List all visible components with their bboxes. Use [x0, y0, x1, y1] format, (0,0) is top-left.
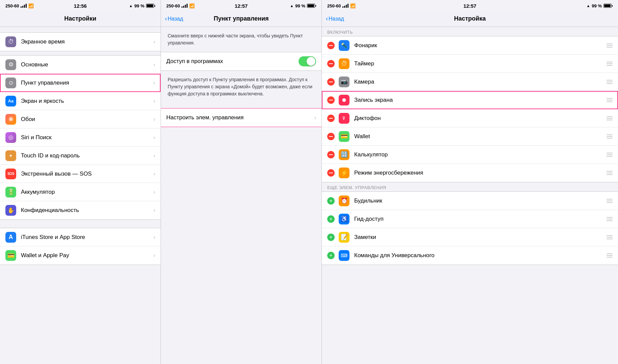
include-group: 🔦 Фонарик ⏱ Таймер 📷 Камера: [322, 36, 618, 182]
nav-title-3: Настройка: [454, 15, 486, 22]
add-notes[interactable]: +: [327, 234, 335, 241]
nav-back-2[interactable]: ‹ Назад: [165, 15, 183, 22]
row-battery[interactable]: 🔋 Аккумулятор ›: [0, 183, 161, 201]
row-camera[interactable]: 📷 Камера: [322, 73, 618, 91]
row-timer[interactable]: ⏱ Таймер: [322, 55, 618, 73]
drag-flashlight[interactable]: [607, 43, 613, 48]
remove-timer[interactable]: [327, 60, 335, 67]
status-time-3: 12:57: [464, 3, 476, 9]
drag-accessibility-shortcut[interactable]: [607, 253, 613, 257]
remove-low-power[interactable]: [327, 169, 335, 177]
chevron-privacy: ›: [153, 207, 155, 213]
row-wallet[interactable]: 💳 Wallet и Apple Pay ›: [0, 246, 161, 265]
label-screen-time: Экранное время: [21, 38, 153, 45]
drag-camera[interactable]: [607, 80, 613, 84]
cc-description-1: Смахните вверх с нижней части экрана, чт…: [161, 27, 321, 52]
nav-back-3[interactable]: ‹ Назад: [326, 15, 344, 22]
drag-wallet[interactable]: [607, 134, 613, 139]
label-low-power: Режим энергосбережения: [354, 170, 604, 176]
add-alarm[interactable]: +: [327, 197, 335, 205]
drag-guided-access[interactable]: [607, 217, 613, 221]
status-right-1: ▲ 99 %: [129, 3, 155, 8]
remove-camera[interactable]: [327, 78, 335, 86]
icon-timer: ⏱: [339, 58, 349, 69]
row-calculator[interactable]: 🔢 Калькулятор: [322, 146, 618, 164]
nav-title-1: Настройки: [64, 15, 96, 22]
icon-camera: 📷: [339, 77, 349, 87]
panel-configure: 250-60 📶 12:57 ▲ 99 % ‹ Назад Настройка: [322, 0, 618, 364]
icon-accessibility-shortcut: ⌨: [339, 250, 349, 261]
row-touchid[interactable]: ✦ Touch ID и код-пароль ›: [0, 147, 161, 165]
remove-flashlight[interactable]: [327, 42, 335, 49]
label-wallet-cc: Wallet: [354, 133, 604, 140]
chevron-touchid: ›: [153, 153, 155, 159]
wifi-icon-3: 📶: [350, 3, 356, 8]
section-configure: Настроить элем. управления ›: [161, 108, 321, 127]
row-configure[interactable]: Настроить элем. управления ›: [161, 109, 321, 127]
icon-screen-time: ⏱: [5, 36, 16, 47]
label-accessibility-shortcut: Команды для Универсального: [354, 252, 604, 259]
add-accessibility-shortcut[interactable]: +: [327, 252, 335, 259]
row-itunes[interactable]: A iTunes Store и App Store ›: [0, 228, 161, 246]
drag-calculator[interactable]: [607, 153, 613, 157]
row-low-power[interactable]: ⚡ Режим энергосбережения: [322, 164, 618, 182]
status-time-2: 12:57: [235, 3, 248, 9]
toggle-knob: [307, 57, 315, 66]
row-notes[interactable]: + 📝 Заметки: [322, 228, 618, 246]
carrier-1: 250-60: [5, 3, 19, 8]
drag-notes[interactable]: [607, 235, 613, 239]
chevron-configure: ›: [314, 115, 316, 121]
label-flashlight: Фонарик: [354, 42, 604, 49]
row-sos[interactable]: SOS Экстренный вызов — SOS ›: [0, 165, 161, 183]
label-privacy: Конфиденциальность: [21, 207, 153, 214]
row-guided-access[interactable]: + ♿ Гид-доступ: [322, 210, 618, 228]
drag-screen-record[interactable]: [607, 98, 613, 102]
more-header: ЕЩЕ ЭЛЕМ. УПРАВЛЕНИЯ: [322, 182, 618, 191]
row-display[interactable]: Aa Экран и яркость ›: [0, 92, 161, 110]
row-alarm[interactable]: + ⏰ Будильник: [322, 192, 618, 210]
row-wallet-cc[interactable]: 💳 Wallet: [322, 127, 618, 146]
chevron-siri: ›: [153, 134, 155, 141]
include-header: ВКЛЮЧИТЬ: [322, 27, 618, 36]
label-configure: Настроить элем. управления: [166, 114, 314, 121]
row-privacy[interactable]: ✋ Конфиденциальность ›: [0, 201, 161, 219]
drag-voice-memo[interactable]: [607, 116, 613, 120]
remove-screen-record[interactable]: [327, 96, 335, 104]
row-screen-time[interactable]: ⏱ Экранное время ›: [0, 33, 161, 51]
label-itunes: iTunes Store и App Store: [21, 234, 153, 241]
battery-pct-3: 99 %: [592, 3, 602, 8]
section-bottom-group: A iTunes Store и App Store › 💳 Wallet и …: [0, 228, 161, 265]
icon-voice-memo: 🎙: [339, 113, 349, 124]
label-wallet: Wallet и Apple Pay: [21, 252, 153, 259]
remove-wallet[interactable]: [327, 133, 335, 140]
row-siri[interactable]: ◎ Siri и Поиск ›: [0, 128, 161, 147]
row-voice-memo[interactable]: 🎙 Диктофон: [322, 109, 618, 127]
label-battery: Аккумулятор: [21, 189, 153, 195]
drag-alarm[interactable]: [607, 199, 613, 203]
row-app-access[interactable]: Доступ в программах: [161, 52, 321, 70]
settings-list-1[interactable]: ⏱ Экранное время › ⚙ Основные › ⊙ Пункт …: [0, 27, 161, 364]
row-accessibility-shortcut[interactable]: + ⌨ Команды для Универсального: [322, 246, 618, 265]
nav-bar-1: Настройки: [0, 11, 161, 27]
row-control-center[interactable]: ⊙ Пункт управления ›: [0, 74, 161, 92]
row-flashlight[interactable]: 🔦 Фонарик: [322, 36, 618, 55]
row-general[interactable]: ⚙ Основные ›: [0, 56, 161, 74]
remove-calculator[interactable]: [327, 151, 335, 158]
configure-list: ВКЛЮЧИТЬ 🔦 Фонарик ⏱ Таймер: [322, 27, 618, 364]
row-screen-record[interactable]: ⏺ Запись экрана: [322, 91, 618, 109]
icon-alarm: ⏰: [339, 195, 349, 206]
label-app-access: Доступ в программах: [166, 58, 299, 65]
back-label-2[interactable]: Назад: [168, 16, 183, 22]
add-guided-access[interactable]: +: [327, 215, 335, 223]
icon-wallpaper: ❋: [5, 114, 16, 125]
status-time-1: 12:56: [74, 3, 87, 9]
icon-wallet: 💳: [5, 250, 16, 261]
status-bar-3: 250-60 📶 12:57 ▲ 99 %: [322, 0, 618, 11]
back-label-3[interactable]: Назад: [329, 16, 344, 22]
row-wallpaper[interactable]: ❋ Обои ›: [0, 110, 161, 128]
drag-timer[interactable]: [607, 62, 613, 66]
remove-voice-memo[interactable]: [327, 115, 335, 122]
toggle-app-access[interactable]: [299, 56, 316, 66]
drag-low-power[interactable]: [607, 171, 613, 175]
chevron-itunes: ›: [153, 234, 155, 240]
